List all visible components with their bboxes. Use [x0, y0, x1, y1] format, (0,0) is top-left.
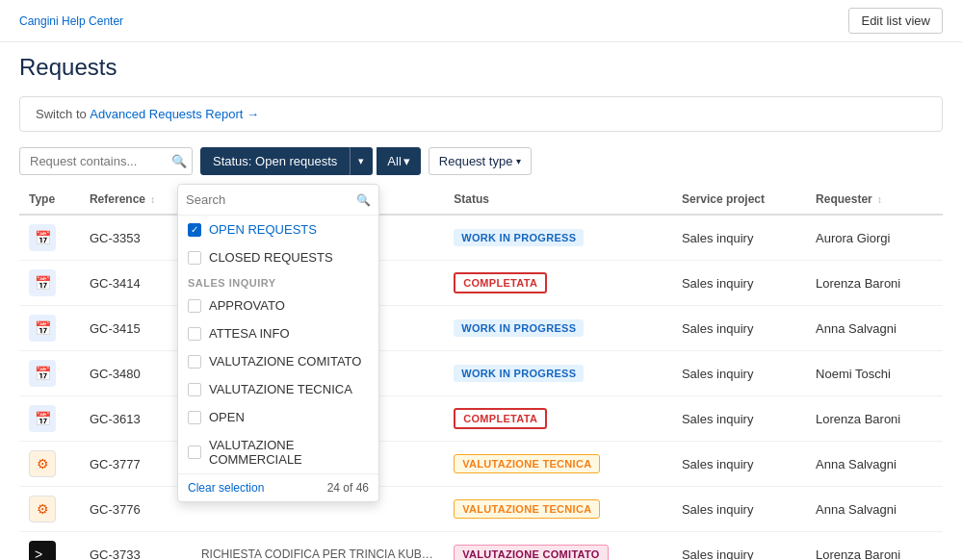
- cell-type: 📅: [19, 261, 80, 306]
- cell-reference: GC-3353: [80, 215, 192, 261]
- checkbox-open-requests: [188, 223, 201, 237]
- request-type-caret-icon: ▾: [516, 156, 521, 166]
- switch-prefix: Switch to: [36, 107, 90, 121]
- cell-status: COMPLETATA: [444, 396, 672, 442]
- dropdown-count: 24 of 46: [327, 481, 369, 495]
- cell-status: VALUTAZIONE COMITATO: [444, 532, 672, 561]
- cell-type: ⚙: [19, 442, 80, 487]
- cell-type: 📅: [19, 306, 80, 351]
- request-type-button[interactable]: Request type ▾: [429, 147, 533, 175]
- page-title: Requests: [19, 54, 943, 81]
- calendar-icon: 📅: [29, 224, 56, 251]
- gear-icon: ⚙: [29, 450, 56, 477]
- cell-desc: RICHIESTA CODIFICA PER TRINCIA KUBOTA U2…: [192, 532, 444, 561]
- table-row[interactable]: 📅 GC-3613 IN C. COMPLETATA Sales inquiry…: [19, 396, 943, 442]
- cell-status: VALUTAZIONE TECNICA: [444, 442, 672, 487]
- status-main-button[interactable]: Status: Open requests: [200, 147, 350, 175]
- cell-project: Sales inquiry: [672, 306, 806, 351]
- all-caret-icon: ▾: [403, 154, 410, 168]
- requests-table: Type Reference ↕ Status Service project …: [19, 185, 943, 560]
- cell-requester: Lorenza Baroni: [806, 396, 943, 442]
- dropdown-search-row: 🔍: [178, 185, 378, 216]
- col-reference[interactable]: Reference ↕: [80, 185, 192, 215]
- table-row[interactable]: ⚙ GC-3776 VALUTAZIONE TECNICA Sales inqu…: [19, 487, 943, 532]
- dropdown-item-valutazione-commerciale[interactable]: VALUTAZIONE COMMERCIALE: [178, 431, 378, 473]
- dropdown-item-open[interactable]: OPEN: [178, 403, 378, 431]
- cell-status: VALUTAZIONE TECNICA: [444, 487, 672, 532]
- cell-reference: GC-3415: [80, 306, 192, 351]
- terminal-icon: >_: [29, 541, 56, 560]
- cell-type: 📅: [19, 215, 80, 261]
- cell-requester: Anna Salvagni: [806, 487, 943, 532]
- dropdown-search-input[interactable]: [186, 192, 356, 207]
- cell-project: Sales inquiry: [672, 215, 806, 261]
- cell-reference: GC-3480: [80, 351, 192, 396]
- cell-requester: Anna Salvagni: [806, 306, 943, 351]
- cell-project: Sales inquiry: [672, 442, 806, 487]
- open-requests-label: OPEN REQUESTS: [209, 222, 317, 237]
- help-center-link[interactable]: Cangini Help Center: [19, 14, 123, 28]
- switch-bar: Switch to Advanced Requests Report →: [19, 96, 943, 132]
- checkbox-approvato: [188, 299, 201, 313]
- status-badge: COMPLETATA: [454, 272, 547, 293]
- cell-requester: Noemi Toschi: [806, 351, 943, 396]
- closed-requests-label: CLOSED REQUESTS: [209, 250, 333, 265]
- table-row[interactable]: ⚙ GC-3777 R 25D VALUTAZIONE TECNICA Sale…: [19, 442, 943, 487]
- dropdown-footer: Clear selection 24 of 46: [178, 473, 378, 501]
- dropdown-item-valutazione-tecnica[interactable]: VALUTAZIONE TECNICA: [178, 375, 378, 403]
- dropdown-search-icon: 🔍: [356, 193, 371, 207]
- table-row[interactable]: >_ GC-3733 RICHIESTA CODIFICA PER TRINCI…: [19, 532, 943, 561]
- cell-reference: GC-3414: [80, 261, 192, 306]
- status-badge: WORK IN PROGRESS: [454, 319, 584, 337]
- cell-requester: Aurora Giorgi: [806, 215, 943, 261]
- attesa-info-label: ATTESA INFO: [209, 326, 290, 341]
- advanced-report-link[interactable]: Advanced Requests Report →: [90, 107, 259, 121]
- checkbox-valutazione-commerciale: [188, 445, 201, 459]
- cell-requester: Lorenza Baroni: [806, 261, 943, 306]
- cell-project: Sales inquiry: [672, 351, 806, 396]
- checkbox-closed-requests: [188, 251, 201, 265]
- search-icon[interactable]: 🔍: [171, 154, 187, 168]
- request-type-label: Request type: [439, 154, 513, 168]
- dropdown-item-valutazione-comitato[interactable]: VALUTAZIONE COMITATO: [178, 347, 378, 375]
- edit-list-button[interactable]: Edit list view: [848, 8, 943, 34]
- search-wrap: 🔍: [19, 147, 193, 175]
- cell-project: Sales inquiry: [672, 261, 806, 306]
- dropdown-item-approvato[interactable]: APPROVATO: [178, 292, 378, 319]
- table-row[interactable]: 📅 GC-3414 IN VIVO COMPLETATA Sales inqui…: [19, 261, 943, 306]
- dropdown-item-closed-requests[interactable]: CLOSED REQUESTS: [178, 243, 378, 271]
- table-row[interactable]: 📅 GC-3353 A WORK IN PROGRESS Sales inqui…: [19, 215, 943, 261]
- dropdown-item-attesa-info[interactable]: ATTESA INFO: [178, 319, 378, 347]
- checkbox-valutazione-comitato: [188, 355, 201, 369]
- table-row[interactable]: 📅 GC-3415 – WORK IN PROGRESS Sales inqui…: [19, 306, 943, 351]
- sales-inquiry-section: SALES INQUIRY: [178, 271, 378, 292]
- col-type: Type: [19, 185, 80, 215]
- table-row[interactable]: 📅 GC-3480 – 19 WORK IN PROGRESS Sales in…: [19, 351, 943, 396]
- col-requester[interactable]: Requester ↕: [806, 185, 943, 215]
- cell-type: 📅: [19, 396, 80, 442]
- cell-status: WORK IN PROGRESS: [444, 306, 672, 351]
- status-badge: WORK IN PROGRESS: [454, 365, 584, 382]
- cell-type: ⚙: [19, 487, 80, 532]
- open-label: OPEN: [209, 410, 245, 424]
- status-split-button[interactable]: ▾: [350, 147, 373, 175]
- page-header: Requests: [0, 42, 962, 89]
- table-header-row: Type Reference ↕ Status Service project …: [19, 185, 943, 215]
- cell-reference: GC-3776: [80, 487, 192, 532]
- calendar-icon: 📅: [29, 269, 56, 296]
- dropdown-item-open-requests[interactable]: OPEN REQUESTS: [178, 216, 378, 243]
- calendar-icon: 📅: [29, 360, 56, 387]
- cell-status: COMPLETATA: [444, 261, 672, 306]
- requests-table-wrap: Type Reference ↕ Status Service project …: [0, 185, 962, 560]
- clear-selection-link[interactable]: Clear selection: [188, 481, 264, 495]
- col-status: Status: [444, 185, 672, 215]
- cell-reference: GC-3777: [80, 442, 192, 487]
- search-input[interactable]: [19, 147, 193, 175]
- status-dropdown: 🔍 OPEN REQUESTS CLOSED REQUESTS SALES IN…: [177, 184, 379, 502]
- status-filter-group: Status: Open requests ▾: [200, 147, 373, 175]
- cell-reference: GC-3733: [80, 532, 192, 561]
- valutazione-tecnica-label: VALUTAZIONE TECNICA: [209, 382, 352, 396]
- status-badge: VALUTAZIONE COMITATO: [454, 545, 608, 560]
- all-filter-button[interactable]: All ▾: [377, 147, 420, 175]
- filter-bar: 🔍 Status: Open requests ▾ All ▾ Request …: [0, 147, 962, 185]
